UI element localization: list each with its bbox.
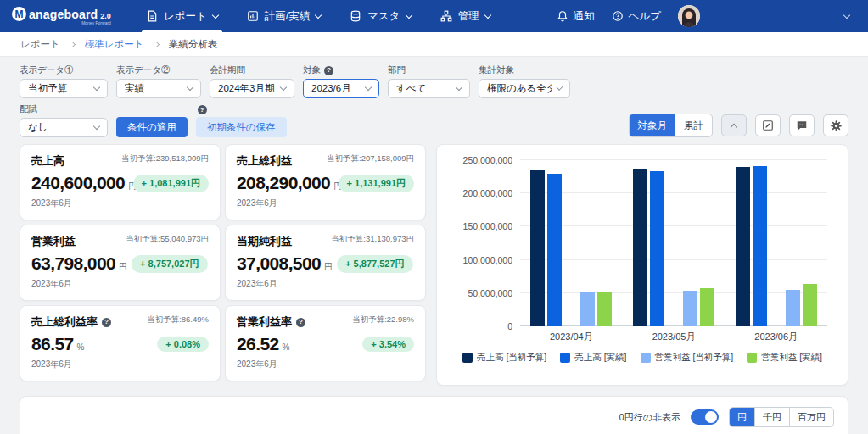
allocation-value: なし <box>28 121 48 134</box>
aggregation-select[interactable]: 権限のある全タグ <box>479 79 570 98</box>
y-tick-label: 100,000,000 <box>463 255 520 265</box>
segment-target-month[interactable]: 対象月 <box>630 114 676 136</box>
bar-chart-icon <box>247 10 259 22</box>
department-value: すべて <box>396 82 426 95</box>
kpi-unit: 円 <box>324 261 333 273</box>
notifications-button[interactable]: 通知 <box>557 9 595 24</box>
chevron-down-icon <box>93 84 100 91</box>
performance-bar-chart: 050,000,000100,000,000150,000,000200,000… <box>436 144 848 386</box>
question-circle-icon <box>612 10 624 22</box>
kpi-value: 208,290,000 <box>237 173 330 193</box>
chart-bars <box>520 160 827 326</box>
help-label: ヘルプ <box>629 9 661 24</box>
bar-営業利益 [実績] <box>597 292 612 326</box>
legend-item: 売上高 [当初予算] <box>462 352 546 364</box>
kpi-budget: 当初予算:55,040,973円 <box>126 234 209 244</box>
breadcrumb-standard-reports[interactable]: 標準レポート <box>85 38 144 51</box>
kpi-period: 2023年6月 <box>31 278 209 290</box>
chevron-right-icon <box>70 41 76 47</box>
department-select[interactable]: すべて <box>388 79 470 98</box>
legend-swatch <box>462 353 473 363</box>
legend-swatch <box>560 353 570 363</box>
display-data-1-select[interactable]: 当初予算 <box>20 79 108 98</box>
nav-item-master[interactable]: マスタ <box>335 0 425 32</box>
settings-button[interactable] <box>823 114 848 136</box>
avatar-image <box>678 5 700 27</box>
bar-営業利益 [当初予算] <box>786 290 800 326</box>
legend-label: 売上高 [当初予算] <box>477 352 546 364</box>
display-data-2-value: 実績 <box>125 82 144 95</box>
filter-label-allocation: 配賦 <box>20 103 108 115</box>
memo-button[interactable] <box>755 114 781 136</box>
display-data-2-select[interactable]: 実績 <box>116 79 201 98</box>
database-icon <box>350 10 361 22</box>
kpi-title: 売上総利益 <box>237 153 292 169</box>
brand-logo[interactable]: M anageboard 2.0 Money Forward <box>12 7 111 25</box>
kpi-card-gross-margin: 売上総利益率 当初予算:86.49% 86.57% + 0.08% 2023年6… <box>20 305 221 381</box>
segment-cumulative[interactable]: 累計 <box>675 114 712 136</box>
unit-thousand-yen[interactable]: 千円 <box>754 408 789 426</box>
kpi-unit: 円 <box>119 261 127 273</box>
nav-item-reports[interactable]: レポート <box>132 0 232 32</box>
save-default-conditions-button[interactable]: 初期条件の保存 <box>196 117 287 137</box>
fiscal-period-value: 2024年3月期 <box>218 82 274 95</box>
filter-label-display-data-2: 表示データ② <box>116 64 201 76</box>
filter-section: 表示データ① 当初予算 表示データ② 実績 会計期間 2024年3月期 対象 2… <box>0 57 868 137</box>
chevron-down-icon <box>93 123 100 130</box>
kpi-card-net-income: 当期純利益 当初予算:31,130,973円 37,008,500円 + 5,8… <box>225 225 426 301</box>
x-tick-label: 2023/04月 <box>520 331 623 343</box>
collapse-button[interactable] <box>721 114 747 136</box>
x-tick-label: 2023/05月 <box>623 331 725 343</box>
legend-item: 売上高 [実績] <box>560 352 626 364</box>
legend-label: 営業利益 [当初予算] <box>655 352 734 364</box>
nav-item-admin[interactable]: 管理 <box>426 0 505 32</box>
chevron-down-icon <box>405 11 412 18</box>
kpi-title: 売上高 <box>31 153 64 169</box>
kpi-unit: % <box>283 342 290 352</box>
unit-million-yen[interactable]: 百万円 <box>789 408 833 426</box>
kpi-period: 2023年6月 <box>237 198 414 209</box>
apply-conditions-button[interactable]: 条件の適用 <box>116 117 188 137</box>
chevron-down-icon <box>280 84 287 91</box>
bar-売上高 [実績] <box>753 166 767 326</box>
kpi-delta-badge: + 1,131,991円 <box>339 175 414 192</box>
top-navbar: M anageboard 2.0 Money Forward レポート 計画/実… <box>0 0 868 32</box>
kpi-delta-badge: + 3.54% <box>362 337 414 352</box>
chevron-up-icon <box>731 123 737 130</box>
kpi-grid: 売上高 当初予算:239,518,009円 240,600,000円 + 1,0… <box>20 144 426 386</box>
help-icon[interactable] <box>296 318 305 327</box>
hide-zero-rows-label: 0円行の非表示 <box>619 411 680 424</box>
display-data-1-value: 当初予算 <box>28 82 67 95</box>
unit-segmented: 円 千円 百万円 <box>729 407 834 427</box>
bar-営業利益 [当初予算] <box>580 292 595 326</box>
filter-label-target: 対象 <box>303 64 379 76</box>
help-icon[interactable] <box>324 66 333 75</box>
chevron-down-icon <box>365 84 372 91</box>
y-tick-label: 150,000,000 <box>463 221 520 231</box>
legend-label: 売上高 [実績] <box>574 352 626 364</box>
filter-label-fiscal-period: 会計期間 <box>210 64 294 76</box>
notifications-label: 通知 <box>574 9 595 24</box>
help-icon[interactable] <box>102 318 111 327</box>
target-month-select[interactable]: 2023/6月 <box>303 79 379 98</box>
hide-zero-rows-toggle[interactable] <box>691 409 719 425</box>
chevron-down-icon <box>484 11 490 18</box>
unit-yen[interactable]: 円 <box>730 408 754 426</box>
fiscal-period-select[interactable]: 2024年3月期 <box>210 79 294 98</box>
kpi-period: 2023年6月 <box>237 359 414 370</box>
y-tick-label: 0 <box>507 321 520 331</box>
comment-button[interactable] <box>789 114 815 136</box>
help-button[interactable]: ヘルプ <box>612 9 661 24</box>
breadcrumb-reports[interactable]: レポート <box>20 38 60 51</box>
help-icon[interactable] <box>198 105 207 114</box>
user-avatar[interactable] <box>678 5 700 27</box>
edit-note-icon <box>762 120 774 131</box>
nav-item-plan-actual[interactable]: 計画/実績 <box>232 0 335 32</box>
y-tick-label: 250,000,000 <box>463 155 520 165</box>
nav-item-label: レポート <box>164 9 207 24</box>
allocation-select[interactable]: なし <box>20 118 108 137</box>
nav-overflow-chevron-icon[interactable] <box>843 11 850 18</box>
aggregation-value: 権限のある全タグ <box>487 82 552 95</box>
bar-営業利益 [実績] <box>803 284 817 326</box>
brand-name: anageboard <box>29 8 98 21</box>
